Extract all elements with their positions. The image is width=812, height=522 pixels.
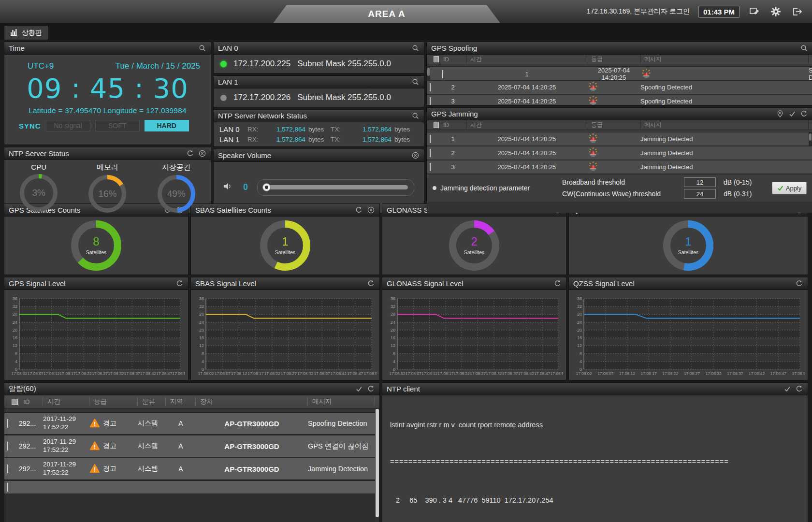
warning-icon <box>89 418 100 429</box>
row-checkbox[interactable] <box>430 97 431 105</box>
alarm-row[interactable]: 292... 2017-11-2917:52:22 경고 시스템 A AP-GT… <box>4 413 379 435</box>
cpu-gauge: CPU 3% <box>20 163 58 213</box>
jamming-row[interactable]: 1 2025-07-04 14:20:25 Jamming Detected <box>427 132 812 146</box>
speaker-title: Speaker Volume <box>218 151 407 160</box>
ntp-network-row-lan0: LAN 0 RX: 1,572,864 bytes TX: 1,572,864 … <box>219 124 418 134</box>
row-checkbox[interactable] <box>430 135 431 143</box>
refresh-icon[interactable] <box>186 149 194 158</box>
volume-slider-thumb[interactable] <box>262 183 271 191</box>
top-bar-right: 172.16.30.169, 본부관리자 로그인 01:43 PM <box>587 5 812 18</box>
clock-display: 09 : 45 : 30 <box>13 72 202 104</box>
apply-button[interactable]: Apply <box>772 182 807 194</box>
edit-layout-icon[interactable] <box>748 5 761 18</box>
row-checkbox[interactable] <box>7 483 8 492</box>
siren-icon <box>587 95 599 105</box>
ntp-server-status-panel: NTP Server Status CPU <box>4 147 211 213</box>
refresh-icon[interactable] <box>175 279 184 288</box>
row-checkbox[interactable] <box>430 149 431 157</box>
storage-gauge: 저장공간 49% <box>158 163 195 213</box>
row-checkbox[interactable] <box>442 70 443 78</box>
table-scrollbar[interactable] <box>809 132 812 145</box>
svg-text:16: 16 <box>13 335 17 340</box>
lan1-subnet: Subnet Mask 255.255.0.0 <box>297 93 391 102</box>
svg-text:17:08:32: 17:08:32 <box>486 371 502 376</box>
row-checkbox[interactable] <box>7 442 8 450</box>
qzss-signal-chart: 17:08:0217:08:0717:08:1217:08:1717:08:22… <box>571 294 805 379</box>
coordinates-label: Latitude = 37.495470 Longitude = 127.039… <box>13 106 202 115</box>
warning-icon <box>89 441 100 451</box>
broadband-threshold-input[interactable] <box>684 177 716 187</box>
volume-slider[interactable] <box>257 179 414 196</box>
search-icon[interactable] <box>411 112 420 120</box>
close-icon[interactable] <box>411 151 420 160</box>
alarm-vertical-scrollbar[interactable] <box>375 408 379 522</box>
jamming-row[interactable]: 2 2025-07-04 14:20:25 Jamming Detected <box>427 146 812 160</box>
gps-satellites-panel: GPS Satellites Counts 8 Satellites <box>4 203 188 275</box>
search-icon[interactable] <box>411 44 420 52</box>
check-icon[interactable] <box>788 110 796 118</box>
jamming-row[interactable]: 3 2025-07-04 14:20:25 Jamming Detected <box>427 160 812 174</box>
tab-bar: 상황판 <box>0 23 812 40</box>
svg-text:4: 4 <box>393 359 395 364</box>
top-bar: AREA A 172.16.30.169, 본부관리자 로그인 01:43 PM <box>0 0 812 23</box>
cw-threshold-input[interactable] <box>684 189 716 199</box>
gps-jamming-title: GPS Jamming <box>431 110 772 118</box>
area-tab[interactable]: AREA A <box>273 5 500 23</box>
svg-text:17:08:22: 17:08:22 <box>264 371 280 376</box>
svg-text:17:08:52: 17:08:52 <box>550 371 563 376</box>
volume-slider-track[interactable] <box>263 185 408 189</box>
tab-dashboard[interactable]: 상황판 <box>4 25 48 40</box>
svg-text:17:08:42: 17:08:42 <box>331 371 347 376</box>
row-checkbox[interactable] <box>7 464 8 473</box>
alarm-row[interactable]: 292... 2017-11-2917:52:22 경고 시스템 A AP-GT… <box>4 435 379 458</box>
gps-spoofing-panel: GPS Spoofing ID 시간 등급 메시지 <box>426 42 812 105</box>
search-icon[interactable] <box>198 44 206 52</box>
ntp-network-title: NTP Server Network Status <box>218 112 407 120</box>
spoofing-row[interactable]: 2 2025-07-04 14:20:25 Spoofing Detected <box>427 81 812 95</box>
settings-gear-icon[interactable] <box>769 5 782 18</box>
jamming-table-header: ID 시간 등급 메시지 <box>427 120 812 130</box>
search-icon[interactable] <box>411 78 420 86</box>
refresh-icon[interactable] <box>795 279 803 288</box>
time-panel-title: Time <box>9 44 194 52</box>
search-icon[interactable] <box>800 44 808 52</box>
sbas-signal-chart: 17:08:0217:08:0717:08:1217:08:1717:08:22… <box>193 294 377 379</box>
refresh-icon[interactable] <box>795 385 803 393</box>
close-icon[interactable] <box>198 149 206 158</box>
check-icon[interactable] <box>355 385 363 393</box>
sync-hard-button[interactable]: HARD <box>145 120 189 131</box>
svg-text:17:08:47: 17:08:47 <box>534 371 550 376</box>
select-all-checkbox[interactable] <box>434 122 439 128</box>
refresh-icon[interactable] <box>553 279 562 288</box>
spoofing-row[interactable]: 3 2025-07-04 14:20:25 Spoofing Detected <box>427 95 812 105</box>
logout-icon[interactable] <box>791 5 803 18</box>
svg-text:32: 32 <box>199 304 204 309</box>
refresh-icon[interactable] <box>367 385 375 393</box>
svg-text:17:08:52: 17:08:52 <box>792 371 805 376</box>
row-checkbox[interactable] <box>7 419 8 428</box>
spoofing-row[interactable]: 1 2025-07-04 14:20:25 Spoofing Detected <box>427 67 812 81</box>
svg-text:17:08:12: 17:08:12 <box>44 371 59 376</box>
ntp-client-title: NTP client <box>387 385 779 393</box>
svg-text:20: 20 <box>13 328 17 333</box>
row-checkbox[interactable] <box>430 83 431 91</box>
svg-text:0: 0 <box>15 367 17 372</box>
row-checkbox[interactable] <box>430 163 431 171</box>
alarm-row[interactable] <box>4 481 379 493</box>
check-icon[interactable] <box>783 385 791 393</box>
svg-text:17:08:07: 17:08:07 <box>597 371 613 376</box>
location-pin-icon[interactable] <box>776 110 784 118</box>
speaker-icon[interactable] <box>223 182 234 192</box>
refresh-icon[interactable] <box>800 110 808 118</box>
lan0-status-dot <box>220 61 227 67</box>
select-all-checkbox[interactable] <box>12 399 18 405</box>
table-scrollbar[interactable] <box>427 67 430 81</box>
alarm-row[interactable]: 292... 2017-11-2917:52:22 경고 시스템 A AP-GT… <box>4 458 379 481</box>
svg-text:24: 24 <box>391 320 395 325</box>
sync-soft-button[interactable]: SOFT <box>95 120 140 131</box>
sync-no-signal-button[interactable]: No signal <box>46 120 90 131</box>
select-all-checkbox[interactable] <box>434 56 439 62</box>
refresh-icon[interactable] <box>367 279 375 288</box>
qzss-signal-panel: QZSS Signal Level 17:08:0217:08:0717:08:… <box>568 277 808 380</box>
svg-text:12: 12 <box>391 343 395 348</box>
